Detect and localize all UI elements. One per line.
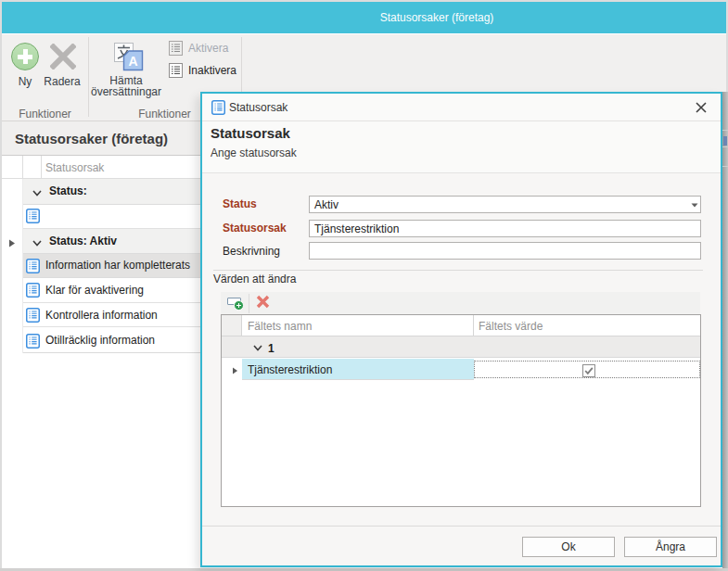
- svg-text:A: A: [128, 54, 137, 69]
